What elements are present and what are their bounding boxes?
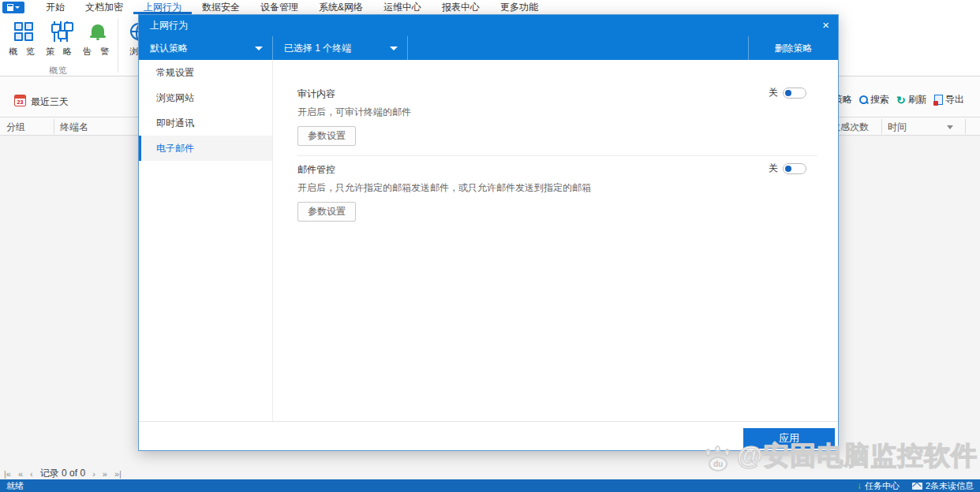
menu-item-more-features[interactable]: 更多功能	[490, 0, 548, 14]
section-description: 开启后，可审计终端的邮件	[297, 106, 411, 119]
date-range-filter[interactable]: 最近三天	[31, 95, 69, 109]
audit-content-toggle[interactable]	[783, 88, 806, 99]
refresh-icon: ↻	[896, 95, 906, 105]
menu-item-start[interactable]: 开始	[36, 0, 75, 14]
menu-item-report-center[interactable]: 报表中心	[432, 0, 490, 14]
section-title-mail-control: 邮件管控	[297, 163, 335, 177]
audit-param-settings-button[interactable]: 参数设置	[297, 126, 356, 146]
calendar-icon: 23	[14, 95, 26, 106]
section-description: 开启后，只允许指定的邮箱发送邮件，或只允许邮件发送到指定的邮箱	[297, 181, 591, 195]
toggle-state-label: 关	[769, 162, 778, 175]
dialog-title-bar: 上网行为 ×	[139, 15, 838, 36]
search-button[interactable]: 搜索	[859, 93, 889, 106]
toggle-knob	[785, 166, 791, 172]
chevron-down-icon	[255, 47, 263, 50]
mail-control-toggle[interactable]	[783, 163, 806, 174]
last-page-icon[interactable]: »|	[114, 469, 122, 479]
column-header-group[interactable]: 分组	[6, 121, 25, 134]
ribbon-group-separator	[118, 19, 118, 73]
envelope-icon	[912, 483, 922, 490]
mail-param-settings-button[interactable]: 参数设置	[297, 202, 356, 222]
export-icon	[934, 95, 943, 105]
status-bar: 就绪 ↓ 任务中心 2条未读信息	[0, 479, 980, 492]
mail-control-toggle-row: 关	[769, 162, 806, 175]
first-page-icon[interactable]: |«	[4, 469, 11, 479]
dialog-body: 常规设置 浏览网站 即时通讯 电子邮件 审计内容 关 开启后，可审计终端的邮件 …	[139, 60, 838, 450]
ribbon-alert-button[interactable]: 告 警	[79, 14, 116, 73]
record-count-label: 记录 0 of 0	[40, 467, 85, 480]
sidebar-item-general[interactable]: 常规设置	[139, 60, 272, 85]
refresh-button[interactable]: ↻ 刷新	[896, 93, 927, 106]
dialog-title: 上网行为	[139, 19, 188, 32]
menu-item-data-security[interactable]: 数据安全	[192, 0, 250, 14]
sliders-icon	[54, 21, 68, 42]
close-icon[interactable]: ×	[822, 18, 829, 32]
menu-bar: 开始 文档加密 上网行为 数据安全 设备管理 系统&网络 运维中心 报表中心 更…	[0, 0, 980, 14]
ribbon-group-label: 概览	[0, 65, 117, 76]
export-button[interactable]: 导出	[934, 93, 964, 106]
toolbar-spacer	[408, 36, 749, 60]
ribbon-policy-button[interactable]: 策 略	[42, 14, 79, 73]
ribbon-button-label: 策 略	[42, 46, 79, 58]
app-grid-icon	[7, 4, 13, 11]
menu-item-internet-behavior[interactable]: 上网行为	[133, 0, 192, 14]
menu-item-system-network[interactable]: 系统&网络	[309, 0, 373, 14]
download-arrow-icon: ↓	[857, 482, 862, 490]
menu-item-device-mgmt[interactable]: 设备管理	[250, 0, 309, 14]
internet-behavior-dialog: 上网行为 × 默认策略 已选择 1 个终端 删除策略 常规设置 浏览网站 即时通…	[138, 14, 839, 451]
section-title-audit-content: 审计内容	[297, 88, 335, 101]
ribbon-button-label: 概 览	[5, 46, 42, 58]
email-settings-panel: 审计内容 关 开启后，可审计终端的邮件 参数设置 邮件管控 关 开启后，只允许指…	[273, 60, 838, 421]
column-header-time[interactable]: 时间	[888, 121, 907, 134]
column-header-terminal[interactable]: 终端名	[60, 121, 88, 134]
task-center-button[interactable]: ↓ 任务中心	[857, 480, 900, 492]
chevron-down-icon[interactable]	[947, 125, 953, 129]
chevron-down-icon	[15, 6, 20, 9]
footer-divider	[139, 421, 838, 422]
sidebar-item-email[interactable]: 电子邮件	[139, 136, 272, 161]
sidebar-item-websites[interactable]: 浏览网站	[139, 85, 272, 110]
ribbon-overview-button[interactable]: 概 览	[5, 14, 42, 73]
menu-items: 开始 文档加密 上网行为 数据安全 设备管理 系统&网络 运维中心 报表中心 更…	[36, 0, 548, 14]
column-separator[interactable]	[54, 119, 54, 134]
sidebar-item-im[interactable]: 即时通讯	[139, 110, 272, 136]
terminal-select[interactable]: 已选择 1 个终端	[273, 36, 408, 60]
delete-policy-button[interactable]: 删除策略	[749, 36, 838, 60]
toggle-state-label: 关	[769, 86, 778, 99]
app-menu-button[interactable]	[2, 2, 24, 13]
toggle-knob	[785, 90, 791, 96]
unread-messages-button[interactable]: 2条未读信息	[912, 480, 974, 492]
column-separator[interactable]	[881, 119, 882, 134]
chevron-down-icon	[390, 47, 398, 50]
column-separator[interactable]	[965, 119, 966, 134]
apply-button[interactable]: 应用	[743, 428, 835, 449]
status-ready-label: 就绪	[6, 480, 24, 492]
menu-item-ops-center[interactable]: 运维中心	[373, 0, 432, 14]
policy-select[interactable]: 默认策略	[139, 36, 273, 60]
prev-page-icon[interactable]: ‹	[30, 469, 33, 479]
audit-toggle-row: 关	[769, 86, 806, 99]
fast-prev-icon[interactable]: «	[18, 469, 23, 479]
bell-icon	[90, 24, 106, 39]
fast-next-icon[interactable]: »	[103, 469, 107, 479]
application-window: 开始 文档加密 上网行为 数据安全 设备管理 系统&网络 运维中心 报表中心 更…	[0, 0, 980, 492]
grid-icon	[14, 22, 33, 41]
list-toolbar: 策略 搜索 ↻ 刷新 导出	[825, 93, 964, 106]
section-divider	[297, 155, 817, 156]
dialog-toolbar: 默认策略 已选择 1 个终端 删除策略	[139, 36, 838, 60]
menu-item-doc-encrypt[interactable]: 文档加密	[75, 0, 133, 14]
pagination-bar: |« « ‹ 记录 0 of 0 › » »|	[4, 467, 122, 480]
dialog-sidebar: 常规设置 浏览网站 即时通讯 电子邮件	[139, 60, 273, 421]
search-icon	[859, 95, 868, 104]
ribbon-button-label: 告 警	[79, 46, 116, 58]
next-page-icon[interactable]: ›	[92, 469, 95, 479]
